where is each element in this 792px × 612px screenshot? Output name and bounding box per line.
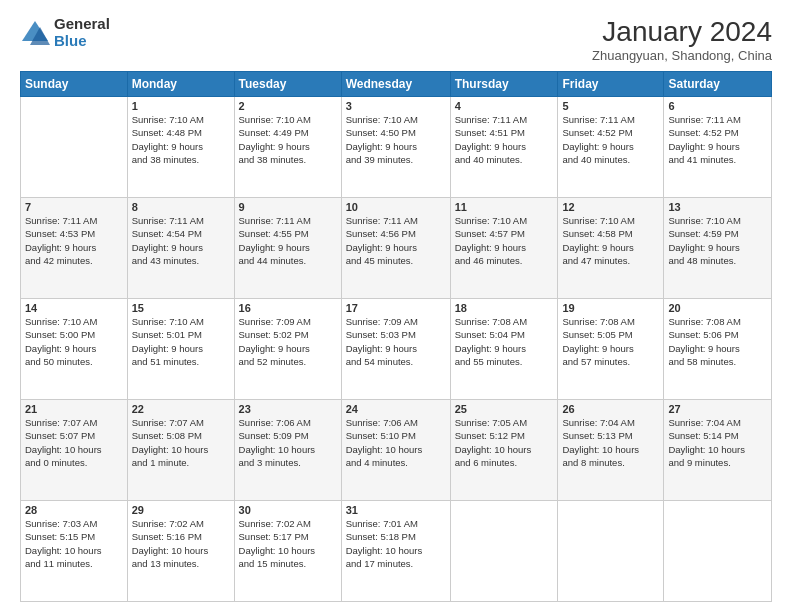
- day-info: Sunrise: 7:07 AM Sunset: 5:08 PM Dayligh…: [132, 416, 230, 469]
- table-row: [664, 501, 772, 602]
- day-info: Sunrise: 7:07 AM Sunset: 5:07 PM Dayligh…: [25, 416, 123, 469]
- table-row: 23Sunrise: 7:06 AM Sunset: 5:09 PM Dayli…: [234, 400, 341, 501]
- table-row: 26Sunrise: 7:04 AM Sunset: 5:13 PM Dayli…: [558, 400, 664, 501]
- day-number: 17: [346, 302, 446, 314]
- day-number: 28: [25, 504, 123, 516]
- day-info: Sunrise: 7:10 AM Sunset: 4:58 PM Dayligh…: [562, 214, 659, 267]
- day-number: 4: [455, 100, 554, 112]
- calendar-header-row: Sunday Monday Tuesday Wednesday Thursday…: [21, 72, 772, 97]
- table-row: [21, 97, 128, 198]
- table-row: 31Sunrise: 7:01 AM Sunset: 5:18 PM Dayli…: [341, 501, 450, 602]
- day-number: 7: [25, 201, 123, 213]
- table-row: 30Sunrise: 7:02 AM Sunset: 5:17 PM Dayli…: [234, 501, 341, 602]
- calendar-week-row: 1Sunrise: 7:10 AM Sunset: 4:48 PM Daylig…: [21, 97, 772, 198]
- logo: General Blue: [20, 16, 110, 49]
- day-number: 21: [25, 403, 123, 415]
- title-block: January 2024 Zhuangyuan, Shandong, China: [592, 16, 772, 63]
- day-number: 22: [132, 403, 230, 415]
- day-info: Sunrise: 7:09 AM Sunset: 5:02 PM Dayligh…: [239, 315, 337, 368]
- day-number: 18: [455, 302, 554, 314]
- table-row: 20Sunrise: 7:08 AM Sunset: 5:06 PM Dayli…: [664, 299, 772, 400]
- table-row: 19Sunrise: 7:08 AM Sunset: 5:05 PM Dayli…: [558, 299, 664, 400]
- day-info: Sunrise: 7:10 AM Sunset: 5:00 PM Dayligh…: [25, 315, 123, 368]
- table-row: 22Sunrise: 7:07 AM Sunset: 5:08 PM Dayli…: [127, 400, 234, 501]
- table-row: [558, 501, 664, 602]
- table-row: 8Sunrise: 7:11 AM Sunset: 4:54 PM Daylig…: [127, 198, 234, 299]
- day-number: 20: [668, 302, 767, 314]
- page: General Blue January 2024 Zhuangyuan, Sh…: [0, 0, 792, 612]
- day-info: Sunrise: 7:11 AM Sunset: 4:51 PM Dayligh…: [455, 113, 554, 166]
- day-info: Sunrise: 7:03 AM Sunset: 5:15 PM Dayligh…: [25, 517, 123, 570]
- calendar-table: Sunday Monday Tuesday Wednesday Thursday…: [20, 71, 772, 602]
- day-number: 30: [239, 504, 337, 516]
- col-saturday: Saturday: [664, 72, 772, 97]
- day-info: Sunrise: 7:06 AM Sunset: 5:09 PM Dayligh…: [239, 416, 337, 469]
- day-info: Sunrise: 7:11 AM Sunset: 4:56 PM Dayligh…: [346, 214, 446, 267]
- table-row: 1Sunrise: 7:10 AM Sunset: 4:48 PM Daylig…: [127, 97, 234, 198]
- table-row: 25Sunrise: 7:05 AM Sunset: 5:12 PM Dayli…: [450, 400, 558, 501]
- day-info: Sunrise: 7:10 AM Sunset: 4:57 PM Dayligh…: [455, 214, 554, 267]
- col-sunday: Sunday: [21, 72, 128, 97]
- day-info: Sunrise: 7:10 AM Sunset: 4:49 PM Dayligh…: [239, 113, 337, 166]
- day-number: 11: [455, 201, 554, 213]
- calendar-week-row: 14Sunrise: 7:10 AM Sunset: 5:00 PM Dayli…: [21, 299, 772, 400]
- day-number: 8: [132, 201, 230, 213]
- day-number: 16: [239, 302, 337, 314]
- table-row: 24Sunrise: 7:06 AM Sunset: 5:10 PM Dayli…: [341, 400, 450, 501]
- col-tuesday: Tuesday: [234, 72, 341, 97]
- day-info: Sunrise: 7:08 AM Sunset: 5:04 PM Dayligh…: [455, 315, 554, 368]
- day-info: Sunrise: 7:11 AM Sunset: 4:53 PM Dayligh…: [25, 214, 123, 267]
- day-number: 31: [346, 504, 446, 516]
- col-thursday: Thursday: [450, 72, 558, 97]
- table-row: 3Sunrise: 7:10 AM Sunset: 4:50 PM Daylig…: [341, 97, 450, 198]
- day-number: 24: [346, 403, 446, 415]
- day-number: 27: [668, 403, 767, 415]
- day-number: 6: [668, 100, 767, 112]
- table-row: 9Sunrise: 7:11 AM Sunset: 4:55 PM Daylig…: [234, 198, 341, 299]
- table-row: 29Sunrise: 7:02 AM Sunset: 5:16 PM Dayli…: [127, 501, 234, 602]
- table-row: 11Sunrise: 7:10 AM Sunset: 4:57 PM Dayli…: [450, 198, 558, 299]
- day-number: 14: [25, 302, 123, 314]
- day-info: Sunrise: 7:06 AM Sunset: 5:10 PM Dayligh…: [346, 416, 446, 469]
- day-number: 9: [239, 201, 337, 213]
- table-row: 18Sunrise: 7:08 AM Sunset: 5:04 PM Dayli…: [450, 299, 558, 400]
- day-info: Sunrise: 7:02 AM Sunset: 5:17 PM Dayligh…: [239, 517, 337, 570]
- logo-icon: [20, 19, 50, 47]
- day-number: 5: [562, 100, 659, 112]
- day-info: Sunrise: 7:11 AM Sunset: 4:54 PM Dayligh…: [132, 214, 230, 267]
- calendar-week-row: 28Sunrise: 7:03 AM Sunset: 5:15 PM Dayli…: [21, 501, 772, 602]
- day-number: 15: [132, 302, 230, 314]
- table-row: 2Sunrise: 7:10 AM Sunset: 4:49 PM Daylig…: [234, 97, 341, 198]
- table-row: 15Sunrise: 7:10 AM Sunset: 5:01 PM Dayli…: [127, 299, 234, 400]
- day-number: 23: [239, 403, 337, 415]
- table-row: 10Sunrise: 7:11 AM Sunset: 4:56 PM Dayli…: [341, 198, 450, 299]
- day-number: 12: [562, 201, 659, 213]
- day-number: 1: [132, 100, 230, 112]
- table-row: 6Sunrise: 7:11 AM Sunset: 4:52 PM Daylig…: [664, 97, 772, 198]
- day-info: Sunrise: 7:10 AM Sunset: 4:50 PM Dayligh…: [346, 113, 446, 166]
- main-title: January 2024: [592, 16, 772, 48]
- day-number: 19: [562, 302, 659, 314]
- logo-general: General: [54, 16, 110, 33]
- day-info: Sunrise: 7:01 AM Sunset: 5:18 PM Dayligh…: [346, 517, 446, 570]
- table-row: 21Sunrise: 7:07 AM Sunset: 5:07 PM Dayli…: [21, 400, 128, 501]
- table-row: 16Sunrise: 7:09 AM Sunset: 5:02 PM Dayli…: [234, 299, 341, 400]
- calendar-week-row: 21Sunrise: 7:07 AM Sunset: 5:07 PM Dayli…: [21, 400, 772, 501]
- table-row: [450, 501, 558, 602]
- day-info: Sunrise: 7:04 AM Sunset: 5:13 PM Dayligh…: [562, 416, 659, 469]
- logo-text: General Blue: [54, 16, 110, 49]
- day-number: 26: [562, 403, 659, 415]
- day-info: Sunrise: 7:04 AM Sunset: 5:14 PM Dayligh…: [668, 416, 767, 469]
- table-row: 5Sunrise: 7:11 AM Sunset: 4:52 PM Daylig…: [558, 97, 664, 198]
- day-info: Sunrise: 7:11 AM Sunset: 4:52 PM Dayligh…: [562, 113, 659, 166]
- table-row: 7Sunrise: 7:11 AM Sunset: 4:53 PM Daylig…: [21, 198, 128, 299]
- col-monday: Monday: [127, 72, 234, 97]
- day-info: Sunrise: 7:10 AM Sunset: 4:59 PM Dayligh…: [668, 214, 767, 267]
- table-row: 17Sunrise: 7:09 AM Sunset: 5:03 PM Dayli…: [341, 299, 450, 400]
- day-info: Sunrise: 7:08 AM Sunset: 5:06 PM Dayligh…: [668, 315, 767, 368]
- day-info: Sunrise: 7:10 AM Sunset: 4:48 PM Dayligh…: [132, 113, 230, 166]
- day-number: 13: [668, 201, 767, 213]
- logo-blue: Blue: [54, 33, 110, 50]
- day-number: 29: [132, 504, 230, 516]
- day-info: Sunrise: 7:11 AM Sunset: 4:55 PM Dayligh…: [239, 214, 337, 267]
